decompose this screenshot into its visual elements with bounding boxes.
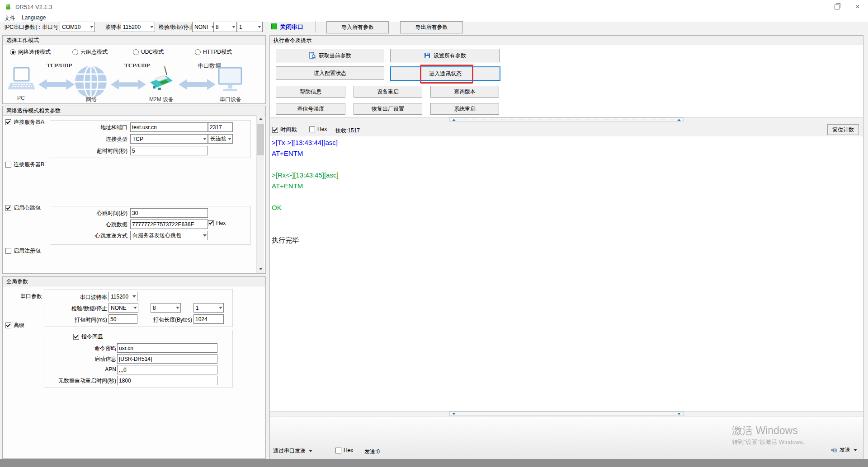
boot-msg-input[interactable]: [USR-DR514] — [117, 354, 217, 364]
close-button[interactable]: × — [847, 0, 868, 14]
scroll-down-button[interactable] — [257, 265, 264, 273]
log-splitter-top[interactable] — [270, 117, 863, 122]
scrollbar-thumb[interactable] — [257, 124, 264, 155]
log-hex-checkbox[interactable]: Hex — [309, 126, 327, 132]
radio-icon — [72, 49, 78, 55]
chevron-down-icon — [203, 234, 207, 237]
double-arrow-icon — [177, 79, 217, 90]
send-via-serial-dropdown[interactable]: 通过串口发送 — [273, 447, 312, 455]
close-port-button[interactable]: 关闭串口 — [280, 23, 303, 31]
scroll-up-button[interactable] — [257, 115, 264, 123]
double-arrow-icon — [38, 79, 75, 90]
sent-count-label: 发送:0 — [364, 448, 380, 456]
chevron-down-icon — [150, 26, 154, 28]
app-window: DR514 V2.1.3 × 文件 Language [PC串口参数]：串口号 … — [0, 0, 868, 467]
stopbits-select[interactable]: 1 — [237, 22, 263, 32]
mode-radio-transparent[interactable]: 网络透传模式 — [10, 48, 51, 56]
menu-file[interactable]: 文件 — [5, 14, 15, 22]
heartbeat-data-label: 心跳数据 — [81, 221, 127, 229]
restore-button[interactable] — [826, 0, 847, 14]
timestamp-checkbox[interactable]: 时间戳 — [272, 126, 297, 134]
echo-checkbox[interactable]: 指令回显 — [73, 333, 103, 341]
serial-databits-select[interactable]: 8 — [151, 303, 181, 313]
signal-strength-button[interactable]: 查信号强度 — [276, 103, 345, 115]
mode-radio-cloud[interactable]: 云组态模式 — [72, 48, 108, 56]
splitter-handle[interactable] — [449, 411, 684, 416]
apn-input[interactable]: ,,,0 — [117, 365, 217, 374]
splitter-dots — [457, 414, 676, 414]
boot-msg-label: 启动信息 — [77, 355, 116, 363]
auto-restart-input[interactable]: 1800 — [117, 376, 217, 385]
send-hex-checkbox[interactable]: Hex — [335, 447, 353, 453]
cmd-password-input[interactable]: usr.cn — [117, 343, 217, 353]
heartbeat-data-input[interactable]: 7777772E7573722E636E — [130, 219, 208, 229]
server-a-port-input[interactable]: 2317 — [208, 122, 233, 132]
register-packet-checkbox[interactable]: 启用注册包 — [5, 247, 41, 255]
system-restart-button[interactable]: 系统重启 — [430, 103, 499, 115]
baud-label: 波特率 — [105, 23, 122, 31]
splitter-dots — [457, 120, 676, 120]
title-bar: DR514 V2.1.3 × — [0, 0, 868, 14]
device-restart-button[interactable]: 设备重启 — [354, 86, 422, 98]
log-line: AT+ENTM — [272, 148, 863, 159]
reset-count-button[interactable]: 复位计数 — [827, 124, 859, 135]
log-output-area[interactable]: >[Tx->][13:43:44][asc] AT+ENTM >[Rx<-][1… — [270, 136, 863, 411]
server-a-checkbox[interactable]: 连接服务器A — [5, 118, 44, 126]
pack-time-input[interactable]: 50 — [108, 314, 137, 324]
pack-len-input[interactable]: 1024 — [193, 314, 224, 324]
mode-radio-httpd[interactable]: HTTPD模式 — [195, 48, 232, 56]
heartbeat-checkbox[interactable]: 启用心跳包 — [5, 204, 41, 212]
net-params-scrollbar[interactable] — [256, 115, 264, 273]
speaker-icon — [830, 447, 837, 454]
cmd-password-label: 命令密码 — [77, 345, 116, 352]
chevron-down-icon — [309, 450, 312, 452]
help-button[interactable]: 帮助信息 — [276, 86, 345, 98]
heartbeat-mode-select[interactable]: 向服务器发送心跳包 — [130, 231, 208, 240]
heartbeat-time-label: 心跳时间(秒) — [81, 210, 127, 217]
import-params-button[interactable]: 导入所有参数 — [326, 21, 389, 33]
server-a-address-input[interactable]: test.usr.cn — [130, 122, 208, 132]
addr-port-label: 地址和端口 — [81, 124, 127, 131]
query-version-button[interactable]: 查询版本 — [430, 86, 499, 98]
restore-icon — [835, 5, 840, 9]
minimize-button[interactable] — [806, 0, 826, 14]
baud-select[interactable]: 115200 — [121, 22, 155, 32]
send-area — [270, 416, 863, 459]
chevron-down-icon — [232, 26, 236, 28]
splitter-handle[interactable] — [449, 117, 684, 122]
checkbox-icon — [73, 334, 79, 340]
log-line: OK — [272, 202, 863, 213]
keepalive-select[interactable]: 长连接 — [208, 134, 233, 144]
log-splitter-bottom[interactable] — [270, 411, 863, 416]
set-params-button[interactable]: 设置所有参数 — [390, 49, 500, 62]
enter-config-button[interactable]: 进入配置状态 — [276, 66, 384, 80]
com-port-select[interactable]: COM10 — [60, 22, 95, 32]
export-params-button[interactable]: 导出所有参数 — [400, 21, 463, 33]
menu-language[interactable]: Language — [22, 14, 46, 21]
diagram-link1-label: TCP/UDP — [47, 62, 72, 69]
heartbeat-hex-checkbox[interactable]: Hex — [208, 220, 226, 226]
checkbox-icon — [5, 162, 11, 168]
net-params-header: 网络透传模式相关参数 — [3, 106, 265, 116]
serial-parity-select[interactable]: NONE — [108, 303, 138, 313]
get-params-button[interactable]: 获取当前参数 — [276, 49, 384, 62]
heartbeat-time-input[interactable]: 30 — [130, 208, 208, 218]
send-button[interactable]: 发送 — [830, 446, 857, 454]
triangle-up-icon — [452, 119, 456, 121]
enter-comm-button[interactable]: 进入通讯状态 — [390, 66, 500, 81]
save-floppy-icon — [424, 52, 431, 59]
diagram-serial-label: 串口设备 — [220, 96, 241, 103]
mode-radio-udc[interactable]: UDC模式 — [133, 48, 164, 56]
log-line: >[Tx->][13:43:44][asc] — [272, 137, 863, 148]
timeout-input[interactable]: 5 — [130, 146, 208, 155]
pc-serial-port-label: [PC串口参数]：串口号 — [5, 23, 58, 31]
advanced-checkbox[interactable]: 高级 — [5, 322, 24, 329]
factory-reset-button[interactable]: 恢复出厂设置 — [354, 103, 422, 115]
serial-stopbits-select[interactable]: 1 — [193, 303, 224, 313]
databits-select[interactable]: 8 — [213, 22, 237, 32]
server-b-checkbox[interactable]: 连接服务器B — [5, 161, 44, 168]
parity-select[interactable]: NONI — [192, 22, 216, 32]
chevron-down-icon — [219, 307, 222, 309]
conn-type-select[interactable]: TCP — [130, 134, 208, 144]
serial-baud-select[interactable]: 115200 — [108, 292, 137, 301]
